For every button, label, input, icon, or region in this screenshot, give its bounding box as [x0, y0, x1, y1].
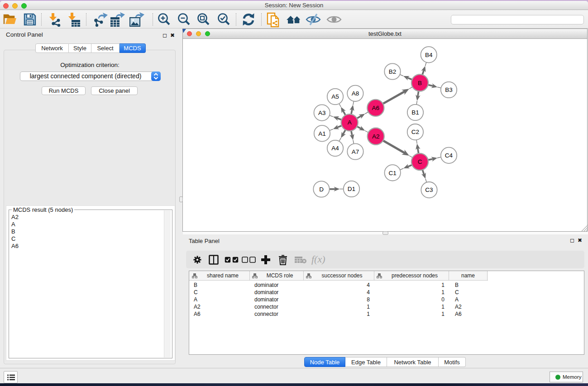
svg-text:B3: B3 — [445, 86, 453, 93]
svg-text:B2: B2 — [389, 68, 397, 75]
svg-text:C2: C2 — [411, 129, 419, 135]
svg-text:A6: A6 — [372, 105, 380, 111]
svg-text:A5: A5 — [331, 93, 339, 100]
svg-text:C4: C4 — [445, 152, 453, 159]
svg-text:D: D — [319, 186, 324, 193]
svg-text:A8: A8 — [352, 90, 359, 97]
svg-text:D1: D1 — [348, 186, 355, 192]
svg-text:A3: A3 — [318, 110, 326, 116]
svg-text:C: C — [418, 158, 422, 165]
svg-text:A2: A2 — [372, 133, 380, 140]
svg-text:B: B — [418, 80, 422, 86]
svg-text:B1: B1 — [411, 109, 419, 116]
svg-text:A7: A7 — [352, 148, 359, 155]
svg-text:A4: A4 — [331, 145, 339, 152]
svg-text:C1: C1 — [389, 170, 397, 176]
svg-text:A: A — [348, 119, 352, 126]
svg-text:B4: B4 — [425, 52, 433, 58]
svg-text:A1: A1 — [318, 130, 326, 137]
svg-text:C3: C3 — [425, 186, 433, 193]
